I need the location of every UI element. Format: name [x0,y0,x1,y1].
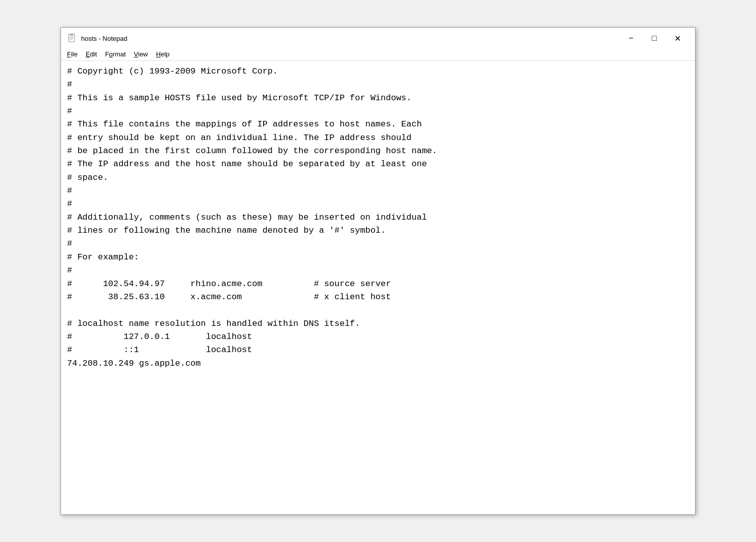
notepad-window: hosts - Notepad − □ ✕ File Edit Format V… [60,27,696,515]
menu-bar: File Edit Format View Help [61,48,695,61]
notepad-icon [67,33,77,43]
editor-content: # Copyright (c) 1993-2009 Microsoft Corp… [67,65,689,370]
title-bar-left: hosts - Notepad [67,33,128,43]
maximize-button[interactable]: □ [643,30,666,46]
editor-area[interactable]: # Copyright (c) 1993-2009 Microsoft Corp… [61,61,695,514]
menu-edit[interactable]: Edit [82,49,101,59]
menu-help[interactable]: Help [152,49,174,59]
title-bar: hosts - Notepad − □ ✕ [61,28,695,48]
menu-format[interactable]: Format [101,49,130,59]
title-bar-controls: − □ ✕ [619,30,689,46]
menu-view[interactable]: View [130,49,152,59]
svg-rect-1 [70,34,73,35]
window-title: hosts - Notepad [81,35,128,42]
menu-file[interactable]: File [63,49,82,59]
minimize-button[interactable]: − [619,30,643,46]
close-button[interactable]: ✕ [666,30,689,46]
